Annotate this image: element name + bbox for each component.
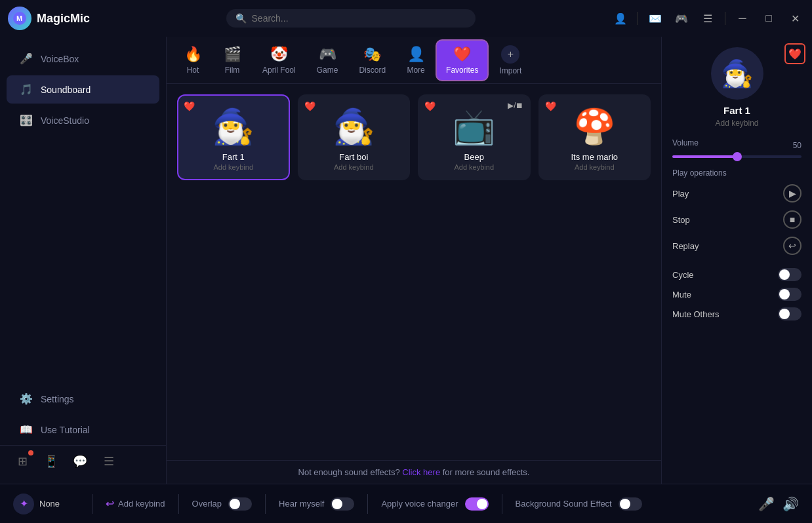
discord-icon[interactable]: 🎮 [672,9,691,28]
beep-keybind[interactable]: Add keybind [454,163,494,171]
sidebar-item-settings[interactable]: ⚙️ Settings [7,385,159,413]
sidebar-label-soundboard: Soundboard [41,85,91,95]
mario-keybind[interactable]: Add keybind [575,163,615,171]
fartboi-keybind[interactable]: Add keybind [334,163,374,171]
bg-sound-label: Background Sound Effect [516,499,612,509]
fart1-emoji: 🧙‍♂️ [212,104,254,149]
soundboard-icon: 🎵 [20,83,33,96]
email-icon[interactable]: ✉️ [646,9,664,28]
panel-keybind[interactable]: Add keybind [672,119,802,128]
tab-hot[interactable]: 🔥 Hot [173,41,213,80]
apply-voice-toggle[interactable] [465,497,489,511]
sound-card-mario[interactable]: ❤️ 🍄 Its me mario Add keybind [538,94,651,180]
toggle-row-mute-others: Mute Others [672,307,802,320]
hear-myself-toggle[interactable] [331,497,354,511]
stop-button[interactable]: ■ [783,210,802,229]
fart1-keybind[interactable]: Add keybind [213,163,253,171]
category-tabs: 🔥 Hot 🎬 Film 🤡 April Fool 🎮 Game 🎭 Disco… [167,37,661,84]
heart-fart1: ❤️ [184,101,195,111]
grid-badge [28,450,33,455]
sound-card-fartboi[interactable]: ❤️ 🧙‍♂️ Fart boi Add keybind [298,94,411,180]
mute-toggle[interactable] [778,288,802,301]
profile-icon[interactable]: 👤 [611,9,630,28]
apply-voice-label: Apply voice changer [381,499,458,509]
tab-import[interactable]: + Import [489,40,532,81]
search-bar[interactable]: 🔍 [226,9,476,28]
bottom-voice: ✦ None [13,494,79,514]
minimize-button[interactable]: ─ [733,9,752,28]
tab-favorites-label: Favorites [446,66,478,75]
speaker-bottom-icon[interactable]: 🔊 [782,496,799,512]
close-button[interactable]: ✕ [786,9,804,28]
chat-icon[interactable]: 💬 [71,452,89,471]
panel-avatar-img: 🧙‍♂️ [711,47,763,100]
play-button[interactable]: ▶ [783,184,802,203]
volume-row: Volume 50 [672,138,802,153]
tab-favorites[interactable]: ❤️ Favorites [436,39,489,81]
sidebar-item-voicebox[interactable]: 🎤 VoiceBox [7,45,159,73]
favorites-icon: ❤️ [453,46,471,63]
sound-card-beep[interactable]: ❤️ ▶/⏹ 📺 Beep Add keybind [418,94,531,180]
menu-icon[interactable]: ☰ [699,9,717,28]
tab-game[interactable]: 🎮 Game [306,41,349,80]
list-icon[interactable]: ☰ [100,452,118,471]
hear-myself-label: Hear myself [279,499,324,509]
sidebar-item-tutorial[interactable]: 📖 Use Tutorial [7,416,159,444]
add-keybind-label: Add keybind [118,499,165,509]
settings-icon: ⚙️ [20,393,33,405]
slider-thumb[interactable] [733,152,742,161]
voice-star-icon: ✦ [13,494,34,514]
replay-button[interactable]: ↩ [783,237,802,255]
bottom-icons: 🎤 🔊 [758,496,799,512]
tab-game-label: Game [317,66,338,75]
op-replay-label: Replay [672,241,699,251]
tutorial-icon: 📖 [20,423,33,436]
grid-icon[interactable]: ⊞ [13,452,31,471]
sidebar-item-soundboard[interactable]: 🎵 Soundboard [7,75,159,104]
play-ops-label: Play operations [672,168,802,178]
tab-film[interactable]: 🎬 Film [213,41,252,80]
mute-label: Mute [672,290,691,300]
search-input[interactable] [252,13,466,24]
not-enough-bar: Not enough sound effects? Click here for… [167,460,661,484]
content-area: 🔥 Hot 🎬 Film 🤡 April Fool 🎮 Game 🎭 Disco… [167,37,661,484]
hot-icon: 🔥 [184,46,202,63]
keybind-icon: ↩ [106,497,114,510]
mute-others-toggle[interactable] [778,307,802,320]
bottom-divider3 [265,494,266,514]
beep-emoji: 📺 [453,104,495,149]
panel-fav-button[interactable]: ❤️ [784,43,805,64]
op-row-stop: Stop ■ [672,210,802,229]
cycle-toggle[interactable] [778,268,802,281]
sound-card-fart1[interactable]: ❤️ 🧙‍♂️ Fart 1 Add keybind [177,94,290,180]
heart-beep: ❤️ [424,101,436,111]
sidebar-item-voicestudio[interactable]: 🎛️ VoiceStudio [7,106,159,134]
sound-grid-container: ❤️ 🧙‍♂️ Fart 1 Add keybind ❤️ 🧙‍♂️ Fart … [167,84,661,460]
click-here-link[interactable]: Click here [402,467,440,477]
app-logo: M [8,7,31,30]
tab-hot-label: Hot [187,66,199,75]
bg-sound-toggle[interactable] [619,497,642,511]
title-bar: M MagicMic 🔍 👤 ✉️ 🎮 ☰ ─ □ ✕ [0,0,812,37]
phone-icon[interactable]: 📱 [42,452,60,471]
volume-value: 50 [793,141,802,150]
tab-discord[interactable]: 🎭 Discord [348,41,396,80]
op-row-play: Play ▶ [672,184,802,203]
op-play-label: Play [672,189,689,199]
panel-sound-name: Fart 1 [672,105,802,116]
op-stop-label: Stop [672,215,690,225]
tab-more[interactable]: 👤 More [396,41,436,80]
mic-bottom-icon[interactable]: 🎤 [758,496,775,512]
maximize-button[interactable]: □ [760,9,778,28]
bottom-divider5 [502,494,502,514]
fart1-title: Fart 1 [222,152,245,162]
hear-myself-group: Hear myself [279,497,354,511]
not-enough-text: Not enough sound effects? [298,467,400,477]
fartboi-title: Fart boi [339,152,368,162]
fartboi-emoji: 🧙‍♂️ [333,104,375,149]
add-keybind-button[interactable]: ↩ Add keybind [106,497,165,510]
overlap-toggle[interactable] [228,497,252,511]
sidebar-bottom: ⊞ 📱 💬 ☰ [0,445,166,477]
sidebar-label-voicestudio: VoiceStudio [41,115,89,126]
tab-april-fool[interactable]: 🤡 April Fool [252,41,306,80]
